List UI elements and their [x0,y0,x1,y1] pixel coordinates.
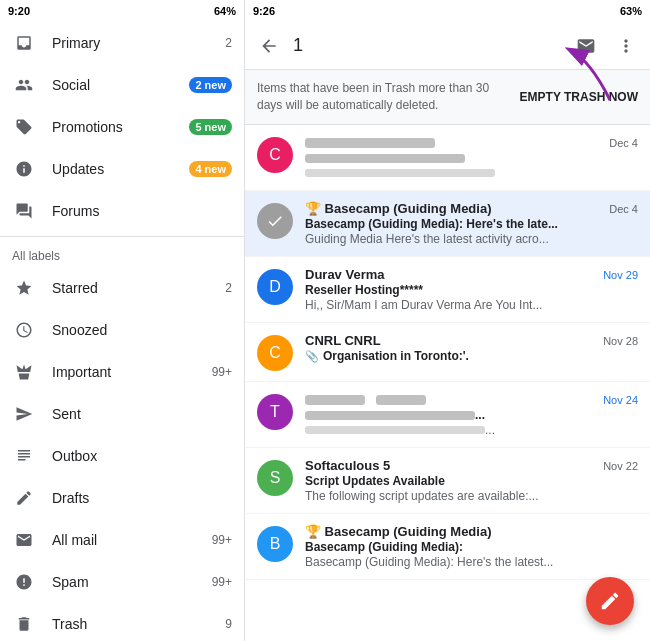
trash-notice: Items that have been in Trash more than … [245,70,650,125]
trash-label: Trash [52,616,225,632]
nav-item-outbox[interactable]: Outbox [0,435,244,477]
nav-item-starred[interactable]: Starred 2 [0,267,244,309]
allmail-icon [12,528,36,552]
email-item[interactable]: T Nov 24 ... ... [245,382,650,448]
draft-icon [12,486,36,510]
email-subject [305,151,638,165]
email-sender: Durav Verma [305,267,385,282]
right-panel: 9:26 63% 1 Items that have been in Trash… [245,0,650,641]
email-preview: ... [305,423,638,437]
clock-icon [12,318,36,342]
nav-item-updates[interactable]: Updates 4 new [0,148,244,190]
trash-notice-text: Items that have been in Trash more than … [257,80,512,114]
email-preview: Basecamp (Guiding Media): Here's the lat… [305,555,638,569]
allmail-count: 99+ [212,533,232,547]
back-button[interactable] [253,30,285,62]
toolbar-title: 1 [285,35,570,56]
email-item[interactable]: C Dec 4 [245,125,650,191]
email-content: Softaculous 5 Nov 22 Script Updates Avai… [305,458,638,503]
nav-item-social[interactable]: Social 2 new [0,64,244,106]
email-content: Dec 4 [305,135,638,180]
allmail-label: All mail [52,532,212,548]
primary-count: 2 [225,36,232,50]
compose-fab-button[interactable] [586,577,634,625]
spam-count: 99+ [212,575,232,589]
forums-label: Forums [52,203,232,219]
nav-item-snoozed[interactable]: Snoozed [0,309,244,351]
toolbar-icons [570,30,642,62]
trash-icon [12,612,36,636]
inbox-icon [12,31,36,55]
sent-label: Sent [52,406,232,422]
primary-label: Primary [52,35,225,51]
important-label: Important [52,364,212,380]
tag-icon [12,115,36,139]
avatar: D [257,269,293,305]
email-sender: 🏆 Basecamp (Guiding Media) [305,524,491,539]
email-subject: Script Updates Available [305,474,638,488]
email-date: Nov 24 [595,394,638,406]
star-icon [12,276,36,300]
email-content: CNRL CNRL Nov 28 📎Organisation in Toront… [305,333,638,364]
nav-items: Primary 2 Social 2 new Promotions 5 new … [0,22,244,641]
left-status-bar: 9:20 64% [0,0,244,22]
nav-item-important[interactable]: Important 99+ [0,351,244,393]
drafts-label: Drafts [52,490,232,506]
social-badge: 2 new [189,77,232,93]
nav-item-primary[interactable]: Primary 2 [0,22,244,64]
forum-icon [12,199,36,223]
email-item[interactable]: B 🏆 Basecamp (Guiding Media) Basecamp (G… [245,514,650,580]
email-list: C Dec 4 [245,125,650,641]
right-time: 9:26 [253,5,275,17]
email-item[interactable]: C CNRL CNRL Nov 28 📎Organisation in Toro… [245,323,650,382]
trash-count: 9 [225,617,232,631]
nav-item-trash[interactable]: Trash 9 [0,603,244,641]
starred-count: 2 [225,281,232,295]
all-labels-section: All labels [0,241,244,267]
spam-label: Spam [52,574,212,590]
right-battery: 63% [620,5,642,17]
email-subject: Basecamp (Guiding Media): [305,540,638,554]
email-date: Dec 4 [601,203,638,215]
email-content: Durav Verma Nov 29 Reseller Hosting*****… [305,267,638,312]
email-preview: Hi,, Sir/Mam I am Durav Verma Are You In… [305,298,638,312]
nav-item-allmail[interactable]: All mail 99+ [0,519,244,561]
nav-item-promotions[interactable]: Promotions 5 new [0,106,244,148]
avatar: B [257,526,293,562]
email-subject: Reseller Hosting***** [305,283,638,297]
avatar: C [257,335,293,371]
email-subject: Basecamp (Guiding Media): Here's the lat… [305,217,638,231]
email-subject: ... [305,408,638,422]
email-content: 🏆 Basecamp (Guiding Media) Basecamp (Gui… [305,524,638,569]
email-subject: 📎Organisation in Toronto:'. [305,349,638,363]
email-item[interactable]: 🏆 Basecamp (Guiding Media) Dec 4 Basecam… [245,191,650,257]
social-label: Social [52,77,189,93]
left-panel: 9:20 64% Primary 2 Social 2 new Promotio… [0,0,245,641]
outbox-label: Outbox [52,448,232,464]
email-date: Dec 4 [601,137,638,149]
outbox-icon [12,444,36,468]
more-menu-button[interactable] [610,30,642,62]
email-sender [305,392,426,407]
nav-item-spam[interactable]: Spam 99+ [0,561,244,603]
divider-1 [0,236,244,237]
promotions-badge: 5 new [189,119,232,135]
email-content: Nov 24 ... ... [305,392,638,437]
empty-trash-button[interactable]: EMPTY TRASH NOW [512,90,638,104]
email-sender: 🏆 Basecamp (Guiding Media) [305,201,491,216]
left-time: 9:20 [8,5,30,17]
email-date: Nov 29 [595,269,638,281]
nav-item-forums[interactable]: Forums [0,190,244,232]
snoozed-label: Snoozed [52,322,232,338]
send-icon [12,402,36,426]
person-icon [12,73,36,97]
left-battery: 64% [214,5,236,17]
info-icon [12,157,36,181]
email-item[interactable]: D Durav Verma Nov 29 Reseller Hosting***… [245,257,650,323]
email-preview: Guiding Media Here's the latest activity… [305,232,638,246]
email-item[interactable]: S Softaculous 5 Nov 22 Script Updates Av… [245,448,650,514]
starred-label: Starred [52,280,225,296]
nav-item-sent[interactable]: Sent [0,393,244,435]
email-icon-button[interactable] [570,30,602,62]
nav-item-drafts[interactable]: Drafts [0,477,244,519]
